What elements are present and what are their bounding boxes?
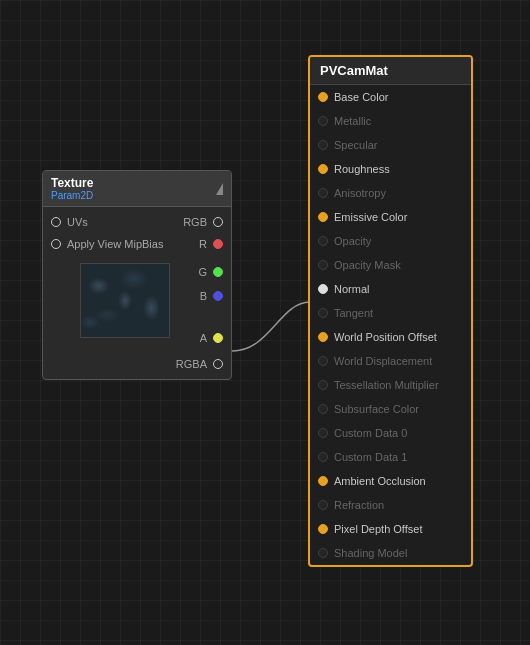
shading-model-label: Shading Model: [334, 547, 407, 559]
uvs-input-pin: [51, 217, 61, 227]
ambient-occlusion-pin: [318, 476, 328, 486]
pixel-depth-offset-label: Pixel Depth Offset: [334, 523, 422, 535]
material-node-header: PVCamMat: [310, 57, 471, 85]
pin-row-pixel-depth-offset[interactable]: Pixel Depth Offset: [310, 517, 471, 541]
pin-row-emissive[interactable]: Emissive Color: [310, 205, 471, 229]
custom-data-1-pin: [318, 452, 328, 462]
uvs-output-pin: [213, 217, 223, 227]
texture-node: Texture Param2D UVs RGB Apply View MipBi…: [42, 170, 232, 380]
rgba-output-pin: [213, 359, 223, 369]
b-label: B: [200, 290, 207, 302]
pin-row-tangent[interactable]: Tangent: [310, 301, 471, 325]
texture-node-title: Texture: [51, 176, 93, 190]
emissive-label: Emissive Color: [334, 211, 407, 223]
rgba-row: RGBA: [43, 353, 231, 375]
pin-row-normal[interactable]: Normal: [310, 277, 471, 301]
base-color-pin: [318, 92, 328, 102]
mipbias-input-pin: [51, 239, 61, 249]
material-node-title: PVCamMat: [320, 63, 388, 78]
material-pins-list: Base Color Metallic Specular Roughness A…: [310, 85, 471, 565]
texture-canvas: [81, 264, 169, 337]
world-position-offset-label: World Position Offset: [334, 331, 437, 343]
pin-row-opacity-mask[interactable]: Opacity Mask: [310, 253, 471, 277]
pin-row-subsurface[interactable]: Subsurface Color: [310, 397, 471, 421]
pin-row-opacity[interactable]: Opacity: [310, 229, 471, 253]
a-label: A: [200, 332, 207, 344]
a-output-pin: [213, 333, 223, 343]
tessellation-label: Tessellation Multiplier: [334, 379, 439, 391]
pin-row-world-displacement[interactable]: World Displacement: [310, 349, 471, 373]
anisotropy-pin: [318, 188, 328, 198]
normal-pin: [318, 284, 328, 294]
pin-row-specular[interactable]: Specular: [310, 133, 471, 157]
b-output-pin: [213, 291, 223, 301]
mipbias-label: Apply View MipBias: [67, 238, 163, 250]
a-output-row: A: [200, 327, 223, 349]
shading-model-pin: [318, 548, 328, 558]
pixel-depth-offset-pin: [318, 524, 328, 534]
custom-data-0-label: Custom Data 0: [334, 427, 407, 439]
pin-row-tessellation[interactable]: Tessellation Multiplier: [310, 373, 471, 397]
material-node: PVCamMat Base Color Metallic Specular Ro…: [308, 55, 473, 567]
base-color-label: Base Color: [334, 91, 388, 103]
rgba-label: RGBA: [176, 358, 207, 370]
refraction-label: Refraction: [334, 499, 384, 511]
world-displacement-pin: [318, 356, 328, 366]
pin-row-ambient-occlusion[interactable]: Ambient Occlusion: [310, 469, 471, 493]
texture-node-header: Texture Param2D: [43, 171, 231, 207]
pin-row-anisotropy[interactable]: Anisotropy: [310, 181, 471, 205]
tessellation-pin: [318, 380, 328, 390]
g-label: G: [198, 266, 207, 278]
collapse-icon[interactable]: [216, 183, 223, 195]
pin-row-refraction[interactable]: Refraction: [310, 493, 471, 517]
custom-data-0-pin: [318, 428, 328, 438]
pin-row-metallic[interactable]: Metallic: [310, 109, 471, 133]
opacity-label: Opacity: [334, 235, 371, 247]
anisotropy-label: Anisotropy: [334, 187, 386, 199]
opacity-mask-pin: [318, 260, 328, 270]
emissive-pin: [318, 212, 328, 222]
opacity-pin: [318, 236, 328, 246]
pin-row-custom-data-0[interactable]: Custom Data 0: [310, 421, 471, 445]
subsurface-pin: [318, 404, 328, 414]
uvs-row: UVs RGB: [43, 211, 231, 233]
mipbias-value: R: [199, 238, 207, 250]
mipbias-output-pin: [213, 239, 223, 249]
texture-preview: [80, 263, 170, 338]
pin-row-shading-model[interactable]: Shading Model: [310, 541, 471, 565]
custom-data-1-label: Custom Data 1: [334, 451, 407, 463]
g-output-row: G: [198, 261, 223, 283]
roughness-pin: [318, 164, 328, 174]
output-pins-column: G B A: [198, 259, 223, 349]
opacity-mask-label: Opacity Mask: [334, 259, 401, 271]
roughness-label: Roughness: [334, 163, 390, 175]
world-displacement-label: World Displacement: [334, 355, 432, 367]
mipbias-row: Apply View MipBias R: [43, 233, 231, 255]
pin-row-custom-data-1[interactable]: Custom Data 1: [310, 445, 471, 469]
tangent-label: Tangent: [334, 307, 373, 319]
pin-row-roughness[interactable]: Roughness: [310, 157, 471, 181]
texture-node-body: UVs RGB Apply View MipBias R: [43, 207, 231, 379]
tangent-pin: [318, 308, 328, 318]
subsurface-label: Subsurface Color: [334, 403, 419, 415]
texture-preview-area: G B A: [43, 255, 231, 353]
texture-node-subtitle: Param2D: [51, 190, 93, 201]
uvs-label: UVs: [67, 216, 88, 228]
pin-row-world-position-offset[interactable]: World Position Offset: [310, 325, 471, 349]
specular-pin: [318, 140, 328, 150]
ambient-occlusion-label: Ambient Occlusion: [334, 475, 426, 487]
metallic-pin: [318, 116, 328, 126]
world-position-offset-pin: [318, 332, 328, 342]
normal-label: Normal: [334, 283, 369, 295]
pin-row-base-color[interactable]: Base Color: [310, 85, 471, 109]
uvs-value: RGB: [183, 216, 207, 228]
metallic-label: Metallic: [334, 115, 371, 127]
refraction-pin: [318, 500, 328, 510]
b-output-row: B: [200, 285, 223, 307]
g-output-pin: [213, 267, 223, 277]
specular-label: Specular: [334, 139, 377, 151]
